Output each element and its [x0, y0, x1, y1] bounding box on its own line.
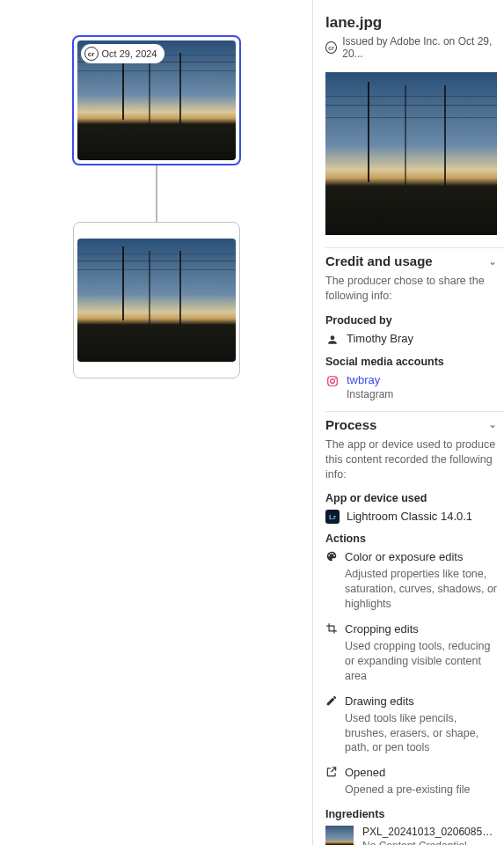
app-row: Lr Lightroom Classic 14.0.1	[325, 510, 504, 524]
preview-image	[325, 72, 497, 235]
produced-by-label: Produced by	[325, 314, 504, 327]
process-section: Process ⌄ The app or device used to prod…	[325, 411, 504, 845]
person-icon	[325, 333, 340, 347]
credit-desc: The producer chose to share the followin…	[325, 274, 504, 304]
social-label: Social media accounts	[325, 356, 504, 368]
instagram-icon	[325, 374, 340, 388]
process-header[interactable]: Process ⌄	[325, 411, 504, 437]
producer-row: Timothy Bray	[325, 332, 504, 347]
actions-label: Actions	[325, 533, 504, 545]
producer-name: Timothy Bray	[347, 332, 413, 345]
content-credentials-icon: cr	[325, 41, 337, 54]
svg-point-1	[331, 378, 335, 383]
ingredient-row[interactable]: PXL_20241013_020608588.jpg No Content Cr…	[325, 826, 504, 845]
palette-icon	[325, 550, 338, 565]
action-opened: Opened Opened a pre-existing file	[325, 766, 504, 797]
crop-icon	[325, 622, 338, 637]
action-desc: Opened a pre-existing file	[345, 783, 499, 797]
action-crop: Cropping edits Used cropping tools, redu…	[325, 622, 504, 684]
chevron-down-icon: ⌄	[488, 255, 497, 268]
credit-header[interactable]: Credit and usage ⌄	[325, 247, 504, 274]
process-title: Process	[325, 417, 376, 432]
open-file-icon	[325, 766, 338, 781]
provenance-graph-pane: cr Oct 29, 2024	[0, 0, 312, 845]
social-row: twbray Instagram	[325, 373, 504, 400]
pencil-icon	[325, 694, 338, 709]
content-credentials-icon: cr	[84, 47, 99, 61]
details-pane: lane.jpg cr Issued by Adobe Inc. on Oct …	[312, 0, 504, 845]
social-handle-link[interactable]: twbray	[347, 373, 393, 386]
date-badge: cr Oct 29, 2024	[81, 44, 164, 63]
issued-row: cr Issued by Adobe Inc. on Oct 29, 20...	[325, 35, 504, 60]
ingredients-label: Ingredients	[325, 808, 504, 820]
lightroom-icon: Lr	[325, 510, 340, 524]
action-desc: Used cropping tools, reducing or expandi…	[345, 639, 499, 684]
node-thumbnail	[77, 239, 236, 362]
action-title: Drawing edits	[345, 694, 414, 709]
file-title: lane.jpg	[325, 14, 504, 32]
graph-node-current[interactable]: cr Oct 29, 2024	[72, 35, 241, 165]
process-desc: The app or device used to produce this c…	[325, 437, 504, 482]
credit-section: Credit and usage ⌄ The producer chose to…	[325, 247, 504, 400]
social-platform: Instagram	[347, 388, 393, 400]
credit-title: Credit and usage	[325, 254, 433, 268]
ingredient-thumbnail	[325, 826, 354, 845]
ingredient-filename: PXL_20241013_020608588.jpg	[362, 826, 494, 838]
svg-point-2	[335, 378, 336, 378]
graph-node-source[interactable]	[73, 222, 240, 378]
action-title: Cropping edits	[345, 622, 419, 637]
action-draw: Drawing edits Used tools like pencils, b…	[325, 694, 504, 756]
action-title: Color or exposure edits	[345, 550, 463, 565]
action-title: Opened	[345, 766, 385, 781]
badge-date: Oct 29, 2024	[102, 48, 157, 59]
issued-text: Issued by Adobe Inc. on Oct 29, 20...	[342, 35, 504, 60]
action-desc: Used tools like pencils, brushes, eraser…	[345, 711, 499, 756]
action-color: Color or exposure edits Adjusted propert…	[325, 550, 504, 612]
app-label: App or device used	[325, 492, 504, 504]
chevron-down-icon: ⌄	[488, 418, 497, 430]
ingredient-sub: No Content Credential	[362, 840, 494, 845]
action-desc: Adjusted properties like tone, saturatio…	[345, 567, 499, 612]
graph-connector	[156, 165, 157, 222]
app-name: Lightroom Classic 14.0.1	[347, 510, 472, 523]
